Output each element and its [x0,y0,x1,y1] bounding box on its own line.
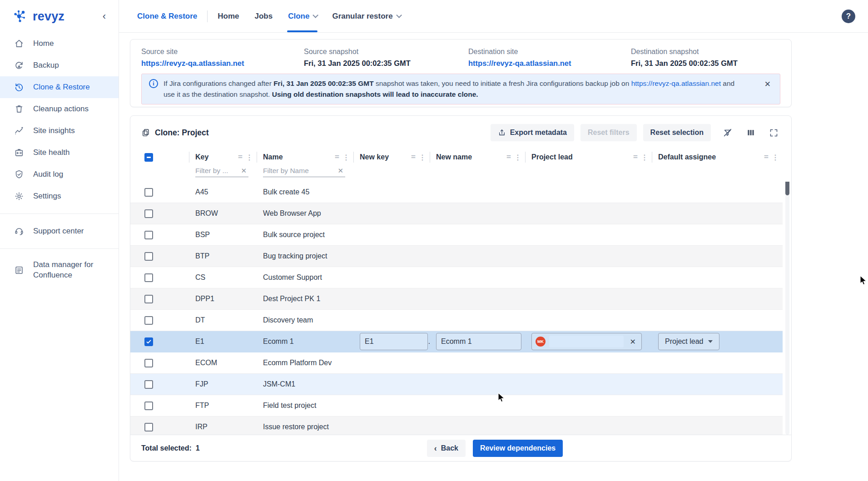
breadcrumb[interactable]: Clone & Restore [137,12,197,21]
column-header-default-assignee[interactable]: Default assignee=⋮ [652,149,783,166]
mouse-cursor [860,275,868,286]
row-checkbox[interactable] [144,423,153,431]
tab-granular-restore[interactable]: Granular restore [332,0,400,32]
filter-input-name[interactable] [263,167,336,175]
clear-filter-icon[interactable]: ✕ [239,167,248,175]
summary-field-value[interactable]: https://revyz-qa.atlassian.net [468,59,631,68]
table-row[interactable]: FJPJSM-CM1 [130,374,783,395]
column-menu-icon[interactable]: ⋮ [514,153,521,162]
table-row[interactable]: BSPBulk source project [130,224,783,246]
row-checkbox[interactable] [144,380,153,389]
project-lead-avatar: MK [536,337,546,347]
sidebar-item-site-insights[interactable]: Site insights [0,120,119,142]
reset-selection-button[interactable]: Reset selection [643,124,711,141]
column-drag-icon[interactable]: = [238,153,242,162]
column-header-new-name[interactable]: New name=⋮ [430,149,525,166]
reset-filters-button[interactable]: Reset filters [580,124,637,141]
vertical-scrollbar-track[interactable] [785,182,789,435]
column-header-project-lead[interactable]: Project lead=⋮ [525,149,652,166]
revyz-logo: revyz [13,8,64,25]
table-row[interactable]: DPP1Dest Project PK 1 [130,288,783,310]
tab-clone[interactable]: Clone [288,0,317,32]
column-menu-icon[interactable]: ⋮ [419,153,426,162]
vertical-scrollbar-thumb[interactable] [785,182,789,195]
clear-filter-icon[interactable]: ✕ [336,167,345,175]
help-icon[interactable]: ? [842,10,855,23]
sidebar-item-home[interactable]: Home [0,33,119,55]
site-health-icon [14,147,25,158]
column-label: New key [360,153,389,161]
fullscreen-icon[interactable] [767,126,780,139]
clear-lead-icon[interactable]: ✕ [628,337,638,346]
sidebar-collapse-icon[interactable]: ‹ [100,10,109,22]
table-row[interactable]: IRPIssue restore project [130,417,783,435]
dropdown-caret-icon [708,340,713,343]
cell-name: Dest Project PK 1 [257,295,353,303]
row-checkbox[interactable] [144,295,153,303]
table-row[interactable]: BTPBug tracking project [130,246,783,267]
sidebar-item-data-manager-for-confluence[interactable]: Data manager for Confluence [0,255,119,285]
column-drag-icon[interactable]: = [633,153,637,162]
filter-input-key[interactable] [195,167,239,175]
row-checkbox[interactable] [144,188,153,197]
tab-jobs[interactable]: Jobs [254,0,273,32]
sidebar-item-audit-log[interactable]: Audit log [0,164,119,185]
review-dependencies-button[interactable]: Review dependencies [473,440,563,457]
sidebar-item-label: Clone & Restore [33,83,90,92]
nav-separator [207,10,208,22]
cell-new-name [430,333,525,350]
row-checkbox[interactable] [144,359,153,367]
filter-off-icon[interactable] [721,126,734,139]
column-drag-icon[interactable]: = [506,153,511,162]
row-checkbox[interactable] [144,231,153,239]
export-metadata-button[interactable]: Export metadata [491,124,574,141]
review-dependencies-label: Review dependencies [480,444,556,452]
column-header-key[interactable]: Key=⋮ [189,149,257,166]
row-checkbox[interactable] [144,209,153,218]
new-name-input[interactable] [436,333,521,350]
default-assignee-dropdown[interactable]: Project lead [658,333,719,350]
cell-key: CS [189,273,257,282]
table-row[interactable]: CSCustomer Support [130,267,783,288]
column-menu-icon[interactable]: ⋮ [772,153,779,162]
new-key-input[interactable] [360,333,428,350]
tab-home[interactable]: Home [218,0,239,32]
row-checkbox[interactable] [144,402,153,410]
table-row[interactable]: BROWWeb Browser App [130,203,783,224]
sidebar-item-cleanup-actions[interactable]: Cleanup actions [0,98,119,120]
table-row[interactable]: E1Ecomm 1MK✕Project lead [130,331,783,352]
summary-grid: Source sitehttps://revyz-qa.atlassian.ne… [141,48,780,68]
row-checkbox[interactable] [144,252,153,261]
column-menu-icon[interactable]: ⋮ [342,153,350,162]
column-menu-icon[interactable]: ⋮ [641,153,648,162]
summary-field-value[interactable]: https://revyz-qa.atlassian.net [141,59,304,68]
column-menu-icon[interactable]: ⋮ [246,153,253,162]
column-header-new-key[interactable]: New key=⋮ [353,149,430,166]
row-checkbox[interactable] [144,316,153,325]
project-lead-field[interactable]: MK✕ [531,333,642,350]
summary-field-value: Fri, 31 Jan 2025 00:02:35 GMT [304,59,468,68]
banner-close-icon[interactable]: ✕ [762,79,774,89]
default-assignee-label: Project lead [665,337,704,346]
sidebar-item-site-health[interactable]: Site health [0,142,119,164]
column-drag-icon[interactable]: = [335,153,339,162]
column-drag-icon[interactable]: = [764,153,768,162]
table-row[interactable]: ECOMEcomm Platform Dev [130,352,783,374]
back-button[interactable]: ‹ Back [427,440,466,457]
table-row[interactable]: DTDiscovery team [130,310,783,331]
summary-field: Source sitehttps://revyz-qa.atlassian.ne… [141,48,304,68]
sidebar-item-clone-restore[interactable]: Clone & Restore [0,76,119,98]
sidebar-item-backup[interactable]: Backup [0,55,119,76]
table-header: Key=⋮Name=⋮New key=⋮New name=⋮Project le… [130,149,791,182]
table-row[interactable]: FTPField test project [130,395,783,417]
sidebar-item-settings[interactable]: Settings [0,185,119,207]
sidebar-item-support-center[interactable]: Support center [0,220,119,242]
banner-link[interactable]: https://revyz-qa.atlassian.net [631,79,721,87]
row-checkbox[interactable] [144,273,153,282]
column-header-name[interactable]: Name=⋮ [257,149,353,166]
row-checkbox[interactable] [144,337,153,346]
select-all-checkbox[interactable] [144,153,153,162]
columns-icon[interactable] [744,126,757,139]
table-row[interactable]: A45Bulk create 45 [130,182,783,203]
column-drag-icon[interactable]: = [411,153,415,162]
